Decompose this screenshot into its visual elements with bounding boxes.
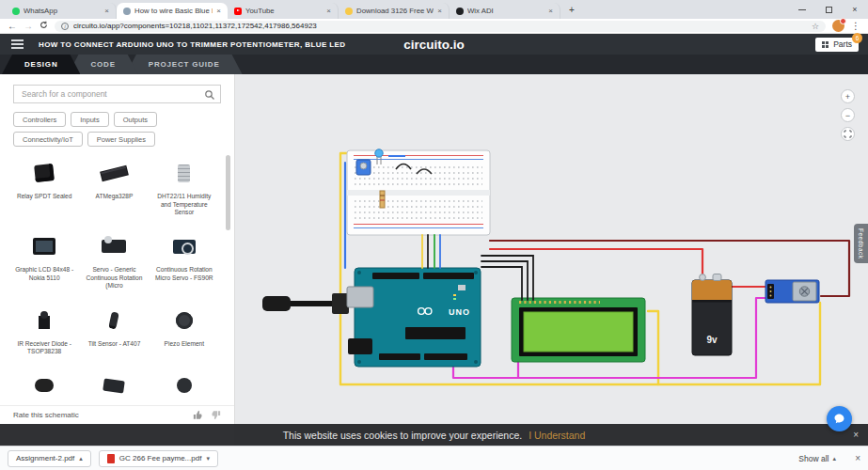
zoom-controls: + − [841,89,855,141]
component-sidebar: Controllers Inputs Outputs Connectivity/… [0,74,235,446]
url-text: circuito.io/app?components=10218,11021,1… [73,22,807,30]
download-item-1[interactable]: Assignment-2.pdf ▴ [8,450,91,467]
download-item-2[interactable]: GC 266 Fee payme...pdf ▾ [99,450,218,467]
breadboard[interactable] [347,149,490,235]
thumbs-up-icon[interactable] [193,407,203,424]
component-partial-3[interactable] [153,368,215,406]
tab-close-icon[interactable]: × [104,7,109,15]
browser-tab-youtube[interactable]: YouTube × [228,3,339,19]
page-info-icon[interactable]: i [61,23,69,30]
parts-count-badge: 6 [852,33,862,43]
parts-button[interactable]: Parts 6 [815,38,859,52]
search-icon[interactable] [204,87,215,104]
component-partial-1[interactable] [13,368,75,406]
filter-inputs[interactable]: Inputs [71,112,108,127]
lcd-display[interactable] [512,298,645,362]
minimize-button[interactable] [789,0,815,19]
cookie-accept-link[interactable]: I Understand [529,430,585,441]
download-filename: Assignment-2.pdf [16,454,74,462]
component-thumbnail [33,229,55,263]
browser-tab-whatsapp[interactable]: WhatsApp × [6,3,117,19]
filter-controllers[interactable]: Controllers [13,112,66,127]
usb-cable[interactable] [262,293,349,314]
browser-tab-download[interactable]: Download 3126 Free Website Te × [339,3,450,19]
component-thumbnail [178,156,190,190]
tab-design[interactable]: DESIGN [2,55,80,74]
cookie-message: This website uses cookies to improve you… [283,430,522,441]
battery-9v[interactable]: 9v [692,274,732,356]
tab-close-icon[interactable]: × [216,7,221,15]
arduino-label: UNO [449,307,470,317]
component-servo-fs90r[interactable]: Continuous Rotation Micro Servo - FS90R [153,229,215,293]
component-nokia-lcd[interactable]: Graphic LCD 84x48 - Nokia 5110 [13,229,75,293]
zoom-in-button[interactable]: + [841,89,855,103]
show-all-downloads-button[interactable]: Show all ▴ [798,454,836,463]
zoom-out-button[interactable]: − [841,108,855,122]
arduino-uno[interactable]: UNO [347,268,481,367]
download-caret-icon[interactable]: ▾ [206,455,210,462]
address-bar[interactable]: i circuito.io/app?components=10218,11021… [55,21,826,32]
youtube-favicon [234,8,242,15]
tab-close-icon[interactable]: × [437,7,442,15]
mcu-chip [405,327,466,339]
profile-avatar[interactable] [832,20,844,32]
new-tab-button[interactable]: + [564,2,579,17]
download-caret-icon[interactable]: ▴ [79,455,83,462]
downloads-bar: Assignment-2.pdf ▴ GC 266 Fee payme...pd… [0,446,868,470]
component-thumbnail [173,229,196,263]
bookmark-star-icon[interactable]: ☆ [812,22,819,31]
app-header: HOW TO CONNECT ARDUINO UNO TO TRIMMER PO… [0,34,868,55]
filter-power-supplies[interactable]: Power Supplies [87,132,155,147]
show-all-caret-icon: ▴ [832,455,836,462]
cookie-close-icon[interactable]: × [853,430,859,440]
component-piezo[interactable]: Piezo Element [153,304,215,360]
circuit-schematic[interactable]: UNO [236,74,868,446]
tab-project-guide[interactable]: PROJECT GUIDE [126,55,243,74]
filter-chips: Controllers Inputs Outputs Connectivity/… [13,112,221,147]
feedback-side-tab[interactable]: Feedback [854,224,868,263]
download-site-favicon [345,8,353,15]
tab-close-icon[interactable]: × [326,7,331,15]
filter-outputs[interactable]: Outputs [114,112,157,127]
component-dht22[interactable]: DHT22/11 Humidity and Temperature Sensor [153,156,215,220]
fit-screen-button[interactable] [841,127,855,141]
thumbs-down-icon[interactable] [211,407,221,424]
schematic-canvas[interactable]: UNO [236,74,868,446]
component-partial-2[interactable] [83,368,145,406]
browser-tab-wix[interactable]: Wix ADI × [450,3,560,19]
downloads-bar-close-icon[interactable]: × [855,453,860,463]
resistor[interactable] [380,191,385,208]
browser-menu-icon[interactable]: ⋮ [851,21,860,31]
hamburger-menu-icon[interactable] [11,43,24,45]
component-ir-receiver[interactable]: IR Receiver Diode - TSOP38238 [13,304,75,360]
parts-label: Parts [833,39,852,49]
wix-favicon [456,8,464,15]
maximize-button[interactable] [815,0,842,19]
download-filename: GC 266 Fee payme...pdf [119,454,202,462]
filter-connectivity[interactable]: Connectivity/IoT [13,132,83,147]
minimize-icon [798,9,806,10]
refresh-icon[interactable] [39,21,48,31]
pdf-file-icon [107,454,115,463]
sidebar-scrollbar[interactable] [226,155,230,230]
close-window-button[interactable]: × [842,0,868,19]
component-thumbnail [103,368,124,402]
tab-title: YouTube [245,7,323,15]
rate-schematic-row: Rate this schematic [0,405,234,424]
forward-icon[interactable]: → [24,22,33,31]
search-input[interactable] [13,85,221,103]
circuito-logo[interactable]: circuito.io [403,38,465,52]
component-atmega328p[interactable]: ATMega328P [83,156,145,220]
window-controls: × [789,0,868,19]
tab-close-icon[interactable]: × [548,7,553,15]
browser-tab-circuito[interactable]: How to wire Basic Blue LED 5mm × [117,3,228,19]
component-thumbnail [35,368,54,402]
usb-port [347,287,373,307]
project-title: HOW TO CONNECT ARDUINO UNO TO TRIMMER PO… [39,40,345,49]
potentiometer-module[interactable] [765,280,819,303]
component-relay[interactable]: Relay SPDT Sealed [13,156,75,220]
chat-widget-button[interactable] [827,406,852,431]
component-servo-continuous[interactable]: Servo - Generic Continuous Rotation (Mic… [83,229,145,293]
component-tilt-sensor[interactable]: Tilt Sensor - AT407 [83,304,145,360]
back-icon[interactable]: ← [8,22,17,31]
